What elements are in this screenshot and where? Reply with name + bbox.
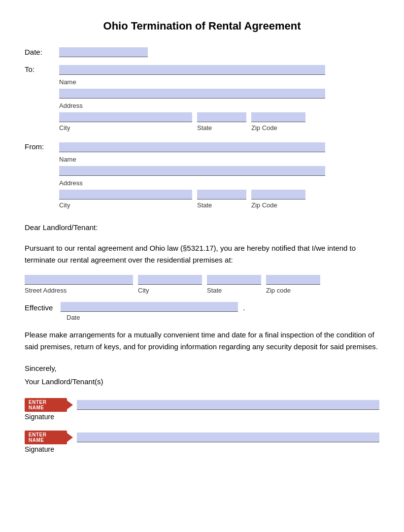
to-city-label: City — [59, 124, 192, 132]
premises-zip-label: Zip code — [266, 287, 320, 294]
premises-street-input[interactable] — [25, 275, 133, 285]
premises-city-input[interactable] — [138, 275, 202, 285]
premises-state-label: State — [207, 287, 261, 294]
second-paragraph: Please make arrangements for a mutually … — [25, 329, 379, 353]
signature-btn-2[interactable]: ENTER NAME — [25, 431, 67, 444]
from-city-label: City — [59, 201, 192, 209]
date-label: Date: — [25, 48, 59, 57]
sincerely-line1: Sincerely, — [25, 362, 379, 375]
from-zip-input[interactable] — [251, 190, 305, 200]
premises-street-label: Street Address — [25, 287, 133, 294]
from-zip-label: Zip Code — [251, 201, 305, 209]
to-city-input[interactable] — [59, 112, 192, 122]
from-city-input[interactable] — [59, 190, 192, 200]
signature-label-1: Signature — [25, 413, 379, 421]
to-name-label: Name — [59, 78, 379, 86]
date-sublabel: Date — [67, 314, 379, 321]
to-address-input[interactable] — [59, 89, 325, 99]
from-name-input[interactable] — [59, 142, 325, 152]
to-name-input[interactable] — [59, 65, 325, 75]
from-address-label: Address — [59, 179, 379, 187]
page-title: Ohio Termination of Rental Agreement — [25, 20, 379, 33]
dear-line: Dear Landlord/Tenant: — [25, 222, 379, 233]
to-zip-label: Zip Code — [251, 124, 305, 132]
from-state-label: State — [197, 201, 246, 209]
effective-date-input[interactable] — [61, 302, 238, 312]
date-input[interactable] — [59, 47, 148, 57]
from-label: From: — [25, 142, 59, 152]
premises-state-input[interactable] — [207, 275, 261, 285]
to-state-label: State — [197, 124, 246, 132]
to-label: To: — [25, 65, 59, 74]
signature-line-1 — [77, 400, 379, 410]
sincerely-line2: Your Landlord/Tenant(s) — [25, 375, 379, 388]
from-name-label: Name — [59, 156, 379, 163]
premises-city-label: City — [138, 287, 202, 294]
body-paragraph: Pursuant to our rental agreement and Ohi… — [25, 242, 379, 266]
signature-btn-1[interactable]: ENTER NAME — [25, 398, 67, 412]
to-zip-input[interactable] — [251, 112, 305, 122]
signature-label-2: Signature — [25, 445, 379, 453]
from-state-input[interactable] — [197, 190, 246, 200]
period: . — [243, 303, 245, 312]
from-address-input[interactable] — [59, 166, 325, 176]
premises-zip-input[interactable] — [266, 275, 320, 285]
to-state-input[interactable] — [197, 112, 246, 122]
signature-line-2 — [77, 432, 379, 442]
to-address-label: Address — [59, 102, 379, 109]
effective-label: Effective — [25, 303, 53, 312]
